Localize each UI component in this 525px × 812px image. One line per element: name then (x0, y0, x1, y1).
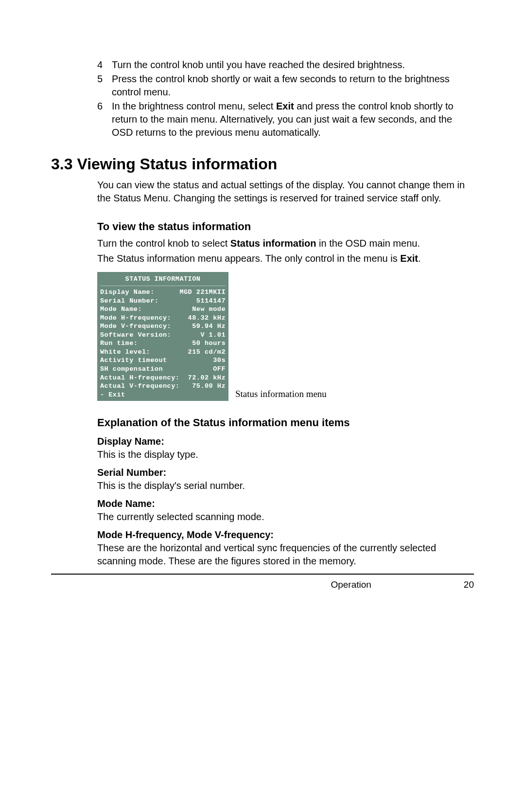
menu-row: Mode V-frequency:59.94 Hz (97, 322, 228, 331)
explanation-heading: Explanation of the Status information me… (97, 415, 474, 430)
menu-row: SH compensationOFF (97, 365, 228, 374)
section-heading: 3.3 Viewing Status information (51, 154, 474, 175)
status-menu-box: STATUS INFORMATION Display Name:MGD 221M… (97, 272, 228, 401)
step-text: In the brightness control menu, select E… (112, 100, 474, 139)
step-6: 6 In the brightness control menu, select… (97, 100, 474, 139)
how-to-p1: Turn the control knob to select Status i… (97, 237, 474, 250)
menu-divider (100, 286, 226, 286)
item-desc: The currently selected scanning mode. (97, 510, 474, 523)
step-4: 4 Turn the control knob until you have r… (97, 58, 474, 72)
footer-section: Operation (331, 578, 371, 591)
item-label: Display Name: (97, 435, 474, 448)
footer-page-number: 20 (464, 578, 474, 591)
step-number: 6 (97, 100, 112, 139)
step-text: Turn the control knob until you have rea… (112, 58, 474, 72)
how-to-heading: To view the status information (97, 219, 474, 234)
menu-exit: - Exit (97, 391, 228, 399)
step-number: 5 (97, 72, 112, 99)
status-menu-title: STATUS INFORMATION (97, 272, 228, 286)
menu-row: Display Name:MGD 221MKII (97, 288, 228, 297)
menu-row: Actual V-frequency:75.00 Hz (97, 382, 228, 391)
status-menu-figure: STATUS INFORMATION Display Name:MGD 221M… (97, 272, 474, 401)
step-5: 5 Press the control knob shortly or wait… (97, 72, 474, 99)
menu-row: Software Version:V 1.01 (97, 331, 228, 340)
menu-row: Serial Number:5114147 (97, 297, 228, 306)
intro-paragraph: You can view the status and actual setti… (97, 179, 474, 205)
item-desc: This is the display type. (97, 448, 474, 461)
item-desc: This is the display's serial number. (97, 479, 474, 492)
menu-row: White level:215 cd/m2 (97, 348, 228, 357)
menu-row: Run time:50 hours (97, 339, 228, 348)
step-number: 4 (97, 58, 112, 72)
page: 4 Turn the control knob until you have r… (0, 0, 525, 620)
numbered-steps: 4 Turn the control knob until you have r… (97, 58, 474, 139)
item-label: Mode H-frequency, Mode V-frequency: (97, 528, 474, 541)
step-text: Press the control knob shortly or wait a… (112, 72, 474, 99)
menu-row: Actual H-frequency:72.02 kHz (97, 374, 228, 382)
page-footer: Operation 20 (51, 574, 474, 591)
item-label: Mode Name: (97, 497, 474, 510)
menu-row: Mode Name:New mode (97, 305, 228, 314)
item-desc: These are the horizontal and vertical sy… (97, 541, 474, 568)
menu-row: Mode H-frequency:48.32 kHz (97, 314, 228, 323)
menu-row: Activity timeout30s (97, 356, 228, 365)
item-label: Serial Number: (97, 466, 474, 479)
how-to-p2: The Status information menu appears. The… (97, 252, 474, 265)
figure-caption: Status information menu (228, 388, 327, 401)
